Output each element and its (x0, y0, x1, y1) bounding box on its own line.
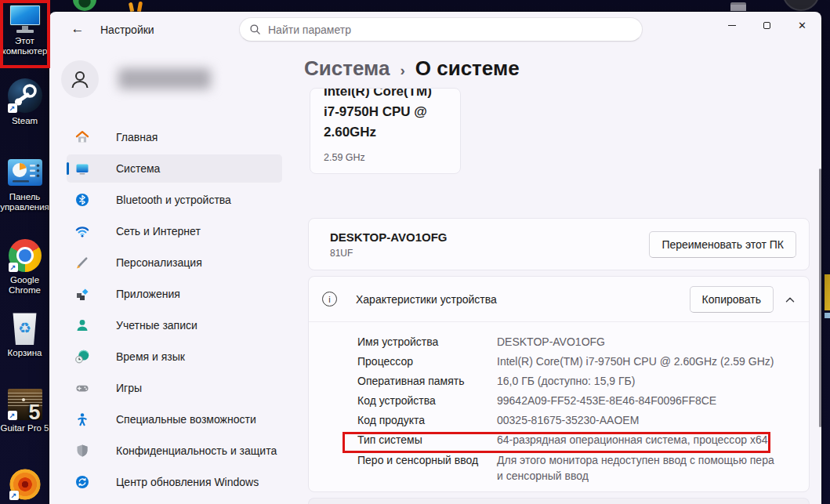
brush-icon (75, 256, 89, 270)
pc-model: 81UF (330, 248, 353, 259)
spec-value: 16,0 ГБ (доступно: 15,9 ГБ) (497, 372, 635, 391)
sidebar-item-label: Приложения (116, 288, 180, 300)
minimize-button[interactable] (714, 13, 749, 38)
copy-button[interactable]: Копировать (690, 286, 774, 313)
minimize-icon (728, 25, 736, 26)
sidebar-nav: Главная Система Bluetooth и устройства С… (57, 123, 286, 499)
spec-label: Процессор (357, 352, 497, 372)
desktop-icon-this-pc[interactable]: Этот компьютер (0, 5, 49, 56)
guitar-pro-icon: 5 ↗ (8, 389, 42, 420)
sidebar-item-network[interactable]: Сеть и Интернет (67, 217, 282, 245)
sidebar-item-personalization[interactable]: Персонализация (67, 248, 282, 277)
gamepad-icon (75, 381, 89, 395)
sidebar-item-label: Игры (116, 382, 142, 394)
person-icon (75, 318, 89, 332)
rename-pc-button[interactable]: Переименовать этот ПК (649, 231, 796, 258)
app-title: Настройки (100, 24, 154, 36)
sidebar-item-privacy[interactable]: Конфиденциальность и защита (67, 437, 282, 465)
pc-name-card: DESKTOP-AVO1OFG 81UF Переименовать этот … (308, 218, 810, 270)
search-icon (249, 24, 261, 35)
wifi-icon (75, 224, 89, 238)
sidebar-item-gaming[interactable]: Игры (67, 374, 282, 402)
sidebar-item-label: Учетные записи (116, 319, 198, 332)
device-specs-header[interactable]: i Характеристики устройства Копировать (309, 277, 809, 322)
sidebar-item-accounts[interactable]: Учетные записи (67, 311, 282, 339)
desktop: Этот компьютер ↗ Steam Панель управления (0, 0, 830, 504)
search-input[interactable] (268, 24, 632, 36)
breadcrumb-system[interactable]: Система (304, 56, 390, 81)
device-specs-title: Характеристики устройства (356, 293, 497, 306)
desktop-icon-guitar-pro[interactable]: 5 ↗ Guitar Pro 5 (0, 389, 49, 433)
shield-icon (75, 444, 89, 458)
shortcut-arrow-icon: ↗ (8, 103, 17, 113)
spec-row-device-name: Имя устройства DESKTOP-AVO1OFG (357, 332, 809, 352)
home-icon (75, 130, 89, 144)
sidebar-item-accessibility[interactable]: Специальные возможности (67, 405, 282, 433)
settings-search[interactable] (239, 17, 643, 42)
desktop-icon-image-viewer[interactable]: ↗ (0, 469, 49, 500)
time-language-icon (75, 350, 89, 364)
settings-window: ← Настройки ✕ Главная Система (49, 12, 821, 504)
sidebar-item-label: Центр обновления Windows (116, 476, 259, 488)
desktop-icon-recycle-bin[interactable]: ♻ Корзина (0, 310, 49, 358)
spec-label: Код устройства (357, 391, 497, 411)
spec-value: 00325-81675-35230-AAOEM (497, 411, 639, 430)
chevron-right-icon: › (400, 62, 404, 79)
spec-value: 99642A09-FF52-453E-8E46-84F0096FF8CE (497, 391, 716, 411)
chrome-icon: ↗ (9, 239, 42, 272)
selected-indicator (67, 162, 69, 175)
spec-value: Для этого монитора недоступен ввод с пом… (497, 452, 783, 484)
sidebar-item-system[interactable]: Система (67, 154, 282, 183)
accessibility-icon (75, 412, 89, 426)
desktop-icon-label: Корзина (8, 348, 42, 358)
system-icon (75, 161, 89, 176)
info-icon: i (322, 292, 337, 306)
device-specs-card: i Характеристики устройства Копировать И… (308, 276, 810, 492)
sidebar-item-label: Время и язык (116, 350, 185, 363)
avatar[interactable] (61, 60, 99, 98)
desktop-icon-fragment (825, 274, 830, 310)
guitar-pro-badge: 5 (28, 401, 40, 420)
sidebar-item-label: Специальные возможности (116, 413, 256, 426)
steam-icon: ↗ (8, 78, 42, 113)
spec-label: Тип системы (357, 430, 497, 450)
next-card-sliver (308, 498, 810, 504)
sidebar-item-windows-update[interactable]: Центр обновления Windows (67, 468, 282, 496)
spec-row-processor: Процессор Intel(R) Core(TM) i7-9750H CPU… (357, 352, 809, 372)
maximize-button[interactable] (749, 13, 785, 38)
desktop-icon-label: Этот компьютер (0, 36, 49, 56)
desktop-icon-label: Steam (12, 116, 38, 126)
spec-label: Перо и сенсорный ввод (357, 452, 497, 468)
bluetooth-icon (75, 193, 89, 207)
window-controls: ✕ (714, 13, 820, 38)
user-name-blurred (118, 68, 211, 89)
sidebar-item-home[interactable]: Главная (67, 123, 282, 151)
system-type-row: Тип системы 64-разрядная операционная си… (357, 430, 809, 450)
recycle-bin-icon: ♻ (12, 310, 38, 345)
desktop-icon-control-panel[interactable]: Панель управления (0, 159, 49, 212)
chevron-up-icon[interactable] (782, 292, 798, 308)
sidebar-item-time-language[interactable]: Время и язык (67, 343, 282, 371)
desktop-icon-fragment (782, 0, 820, 11)
back-button[interactable]: ← (67, 19, 88, 39)
desktop-icon-label: Guitar Pro 5 (1, 423, 49, 433)
desktop-icon-fragment (129, 2, 134, 13)
desktop-icon-label: Панель управления (0, 192, 49, 212)
scrollbar[interactable] (819, 169, 821, 427)
spec-row-pen-touch: Перо и сенсорный ввод Для этого монитора… (357, 450, 809, 484)
sidebar-item-apps[interactable]: Приложения (67, 280, 282, 308)
desktop-icon-fragment (825, 313, 830, 318)
desktop-icon-steam[interactable]: ↗ Steam (0, 78, 49, 126)
desktop-icon-google-chrome[interactable]: ↗ Google Chrome (0, 239, 49, 296)
sidebar-item-label: Персонализация (116, 256, 202, 269)
apps-icon (75, 287, 89, 301)
pc-name: DESKTOP-AVO1OFG (330, 230, 447, 244)
close-button[interactable]: ✕ (785, 13, 820, 38)
desktop-icon-fragment (137, 2, 143, 13)
control-panel-icon (8, 159, 42, 189)
sidebar-item-bluetooth[interactable]: Bluetooth и устройства (67, 186, 282, 214)
desktop-icon-fragment (73, 0, 96, 11)
processor-card: Intel(R) Core(TM) i7-9750H CPU @ 2.60GHz… (310, 88, 461, 174)
sidebar-item-label: Сеть и Интернет (116, 225, 201, 237)
image-viewer-icon: ↗ (9, 469, 41, 500)
